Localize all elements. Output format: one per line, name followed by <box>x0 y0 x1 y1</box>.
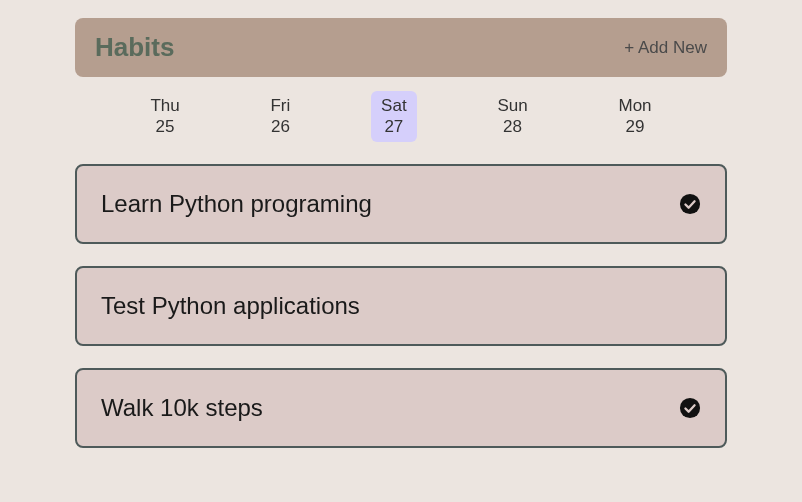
day-name: Sat <box>381 95 407 116</box>
habit-card[interactable]: Test Python applications <box>75 266 727 346</box>
day-name: Thu <box>150 95 179 116</box>
days-row: Thu 25 Fri 26 Sat 27 Sun 28 Mon 29 <box>75 77 727 164</box>
habit-title: Test Python applications <box>101 292 360 320</box>
day-number: 25 <box>150 116 179 137</box>
svg-point-0 <box>680 193 700 213</box>
habit-title: Walk 10k steps <box>101 394 263 422</box>
day-number: 29 <box>618 116 651 137</box>
day-name: Fri <box>270 95 290 116</box>
day-item-fri[interactable]: Fri 26 <box>260 91 300 142</box>
add-new-button[interactable]: + Add New <box>624 38 707 58</box>
check-circle-icon[interactable] <box>679 193 701 215</box>
check-circle-icon[interactable] <box>679 397 701 419</box>
day-item-sun[interactable]: Sun 28 <box>487 91 537 142</box>
svg-point-1 <box>680 397 700 417</box>
habit-title: Learn Python programing <box>101 190 372 218</box>
habit-card[interactable]: Learn Python programing <box>75 164 727 244</box>
day-name: Sun <box>497 95 527 116</box>
day-number: 27 <box>381 116 407 137</box>
day-name: Mon <box>618 95 651 116</box>
day-item-thu[interactable]: Thu 25 <box>140 91 189 142</box>
header-bar: Habits + Add New <box>75 18 727 77</box>
day-number: 26 <box>270 116 290 137</box>
habits-list: Learn Python programing Test Python appl… <box>75 164 727 448</box>
day-item-mon[interactable]: Mon 29 <box>608 91 661 142</box>
day-item-sat[interactable]: Sat 27 <box>371 91 417 142</box>
page-title: Habits <box>95 32 174 63</box>
day-number: 28 <box>497 116 527 137</box>
habit-card[interactable]: Walk 10k steps <box>75 368 727 448</box>
